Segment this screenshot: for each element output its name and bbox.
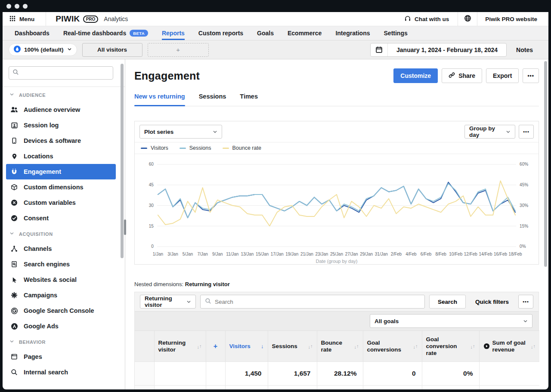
plot-series-select[interactable]: Plot series [139, 125, 222, 139]
nav-tab-reports[interactable]: Reports [162, 26, 185, 40]
table-cell: 0% [422, 362, 479, 386]
column-header-sessions[interactable]: Sessions↓↑ [268, 331, 317, 362]
column-header-sum-of-goal-revenue[interactable]: Sum of goal revenue↓↑ [479, 331, 539, 362]
sidebar-section-acquisition[interactable]: ACQUISITION [3, 226, 125, 241]
table-cell: 28.12% [317, 362, 363, 386]
nav-tab-label: Ecommerce [288, 30, 322, 37]
browser-window: Menu PIWIK PRO Analytics Chat with us Pi… [0, 0, 551, 392]
sidebar-item-audience-overview[interactable]: Audience overview [6, 102, 116, 117]
sidebar-item-websites-social[interactable]: Websites & social [6, 272, 116, 287]
window-control-dot[interactable] [23, 4, 28, 9]
sort-icons[interactable]: ↓↑ [354, 344, 359, 349]
notes-button[interactable]: Notes [507, 46, 542, 53]
sidebar-scrollbar[interactable] [121, 64, 124, 258]
main-scrollbar[interactable] [544, 61, 547, 267]
sidebar-item-campaigns[interactable]: Campaigns [6, 287, 116, 303]
sidebar-item-label: Audience overview [24, 106, 80, 113]
sidebar-item-pages[interactable]: Pages [6, 349, 116, 364]
nav-tab-goals[interactable]: Goals [257, 26, 274, 40]
chart-more-button[interactable]: ••• [519, 125, 534, 139]
legend-item-bounce-rate[interactable]: Bounce rate [223, 145, 261, 151]
nav-tab-ecommerce[interactable]: Ecommerce [288, 26, 322, 40]
nav-tab-real-time-dashboards[interactable]: Real-time dashboardsBETA [63, 26, 148, 40]
table-search-input[interactable] [215, 299, 420, 305]
column-header-[interactable]: + [206, 331, 225, 362]
magnifier-icon [10, 369, 18, 376]
sidebar-item-label: Google Ads [24, 323, 59, 330]
sidebar-search[interactable] [9, 66, 113, 80]
column-header-goal-conversion-rate[interactable]: Goal conversion rate↓↑ [422, 331, 479, 362]
add-segment-button[interactable]: + [148, 43, 209, 57]
all-goals-select[interactable]: All goals [370, 314, 532, 328]
sidebar-item-consent[interactable]: Consent [6, 210, 116, 226]
sidebar-item-channels[interactable]: Channels [6, 241, 116, 256]
svg-text:2/Feb: 2/Feb [391, 252, 402, 256]
svg-text:4/Feb: 4/Feb [406, 252, 417, 256]
sidebar-item-devices-software[interactable]: Devices & software [6, 133, 116, 148]
plus-icon: + [176, 46, 180, 53]
traffic-sample-select[interactable]: 100% (default) [9, 43, 77, 56]
sidebar-item-custom-dimensions[interactable]: Custom dimensions [6, 179, 116, 195]
sidebar-item-locations[interactable]: Locations [6, 148, 116, 164]
chevron-down-icon [9, 231, 14, 237]
sort-icons[interactable]: ↓↑ [531, 344, 536, 349]
dimension-select[interactable]: Returning visitor [140, 295, 196, 309]
more-actions-button[interactable]: ••• [523, 68, 539, 83]
metrics-table: Returning visitor↓↑+Visitors↓Sessions↓↑B… [135, 330, 539, 389]
window-control-dot[interactable] [15, 4, 19, 9]
report-tab-times[interactable]: Times [240, 93, 258, 106]
column-header-goal-conversions[interactable]: Goal conversions↓↑ [363, 331, 422, 362]
svg-text:14/Feb: 14/Feb [479, 252, 492, 256]
column-header-bounce-rate[interactable]: Bounce rate↓↑ [317, 331, 363, 362]
quick-filters-button[interactable]: Quick filters [470, 295, 514, 309]
sort-desc-icon[interactable]: ↓ [261, 343, 264, 349]
column-header-returning-visitor[interactable]: Returning visitor↓↑ [154, 331, 206, 362]
sidebar-item-label: Session log [24, 122, 59, 129]
site-globe-segment[interactable] [458, 12, 477, 26]
table-more-button[interactable]: ••• [518, 295, 533, 309]
sort-icons[interactable]: ↓↑ [413, 344, 418, 349]
search-button[interactable]: Search [429, 295, 466, 309]
pin-icon [10, 153, 18, 160]
nav-tab-dashboards[interactable]: Dashboards [15, 26, 50, 40]
engagement-line-chart[interactable]: 00%1515%3030%4545%6060%1/Jan3/Jan5/Jan7/… [135, 154, 539, 264]
sort-icons[interactable]: ↓↑ [471, 344, 475, 349]
chevron-down-icon [213, 130, 217, 134]
report-tab-sessions[interactable]: Sessions [199, 93, 226, 106]
sidebar-search-input[interactable] [22, 70, 109, 76]
menu-button[interactable]: Menu [3, 12, 46, 26]
sidebar-item-google-search-console[interactable]: Google Search Console [6, 303, 116, 318]
column-header-visitors[interactable]: Visitors↓ [225, 331, 268, 362]
sidebar-item-search-engines[interactable]: Search engines [6, 256, 116, 272]
group-by-select[interactable]: Group by day [464, 125, 515, 139]
site-picker[interactable]: Piwik PRO website [477, 12, 548, 26]
sort-icons[interactable]: ↓↑ [197, 344, 202, 349]
sidebar-item-session-log[interactable]: Session log [6, 117, 116, 133]
sidebar-section-audience[interactable]: AUDIENCE [3, 87, 125, 102]
export-button[interactable]: Export [486, 68, 519, 83]
legend-item-sessions[interactable]: Sessions [180, 145, 211, 151]
table-row[interactable]: 1,1481,078 [135, 386, 539, 390]
segment-all-visitors[interactable]: All visitors [82, 43, 142, 57]
legend-item-visitors[interactable]: Visitors [141, 145, 168, 151]
brand-logo[interactable]: PIWIK PRO Analytics [46, 12, 128, 26]
sort-icons[interactable]: ↓↑ [308, 344, 313, 349]
sidebar-item-custom-variables[interactable]: Custom variables [6, 195, 116, 210]
id-card-icon [10, 122, 18, 129]
table-row[interactable]: 1,4501,65728.12%00% [135, 362, 539, 386]
date-range-picker[interactable]: January 1, 2024 - February 18, 2024 [370, 43, 507, 57]
customize-button[interactable]: Customize [393, 68, 438, 83]
sidebar-item-google-ads[interactable]: Google Ads [6, 318, 116, 334]
sidebar-resize-handle[interactable] [124, 219, 126, 235]
sidebar-section-behavior[interactable]: BEHAVIOR [3, 334, 125, 349]
window-control-dot[interactable] [6, 4, 11, 9]
sidebar-item-internal-search[interactable]: Internal search [6, 364, 116, 380]
sidebar-item-engagement[interactable]: Engagement [6, 164, 116, 179]
chat-with-us-button[interactable]: Chat with us [396, 12, 458, 26]
report-tab-new-vs-returning[interactable]: New vs returning [134, 93, 185, 106]
share-button[interactable]: Share [442, 68, 482, 83]
nav-tab-custom-reports[interactable]: Custom reports [198, 26, 243, 40]
nav-tab-settings[interactable]: Settings [384, 26, 408, 40]
svg-text:25/Jan: 25/Jan [330, 252, 343, 256]
nav-tab-integrations[interactable]: Integrations [335, 26, 370, 40]
